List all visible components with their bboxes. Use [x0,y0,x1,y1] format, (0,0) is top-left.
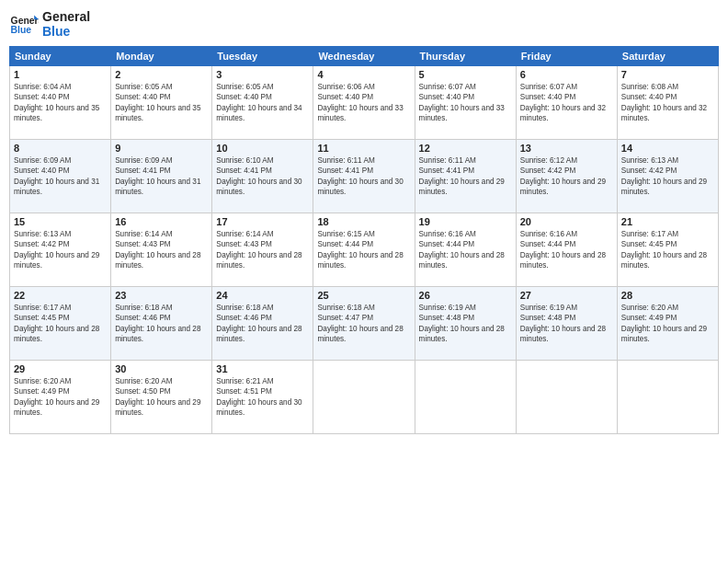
day-info: Sunrise: 6:18 AM Sunset: 4:47 PM Dayligh… [317,303,410,345]
day-number: 22 [14,290,107,301]
day-info: Sunrise: 6:05 AM Sunset: 4:40 PM Dayligh… [115,82,208,124]
day-number: 21 [621,216,714,227]
day-number: 8 [14,143,107,154]
calendar-cell: 9 Sunrise: 6:09 AM Sunset: 4:41 PM Dayli… [111,140,212,213]
calendar-cell: 14 Sunrise: 6:13 AM Sunset: 4:42 PM Dayl… [617,140,718,213]
weekday-header-monday: Monday [111,47,212,66]
day-number: 30 [115,363,208,374]
logo-icon: General Blue [9,9,39,39]
day-info: Sunrise: 6:17 AM Sunset: 4:45 PM Dayligh… [621,229,714,271]
day-info: Sunrise: 6:18 AM Sunset: 4:46 PM Dayligh… [115,303,208,345]
day-info: Sunrise: 6:09 AM Sunset: 4:41 PM Dayligh… [115,155,208,198]
day-info: Sunrise: 6:12 AM Sunset: 4:42 PM Dayligh… [520,155,613,198]
calendar-week-1: 1 Sunrise: 6:04 AM Sunset: 4:40 PM Dayli… [10,66,719,140]
calendar-cell: 20 Sunrise: 6:16 AM Sunset: 4:44 PM Dayl… [516,213,617,287]
calendar-cell: 24 Sunrise: 6:18 AM Sunset: 4:46 PM Dayl… [212,287,313,361]
day-info: Sunrise: 6:14 AM Sunset: 4:43 PM Dayligh… [115,229,208,271]
day-info: Sunrise: 6:19 AM Sunset: 4:48 PM Dayligh… [419,303,512,345]
svg-text:Blue: Blue [11,25,32,35]
calendar-week-3: 15 Sunrise: 6:13 AM Sunset: 4:42 PM Dayl… [10,213,719,287]
day-info: Sunrise: 6:07 AM Sunset: 4:40 PM Dayligh… [419,82,512,124]
day-number: 11 [317,143,410,154]
day-info: Sunrise: 6:16 AM Sunset: 4:44 PM Dayligh… [419,229,512,271]
calendar-cell: 10 Sunrise: 6:10 AM Sunset: 4:41 PM Dayl… [212,140,313,213]
weekday-header-thursday: Thursday [415,47,516,66]
day-number: 24 [216,290,309,301]
day-info: Sunrise: 6:20 AM Sunset: 4:49 PM Dayligh… [14,376,107,419]
day-number: 5 [419,69,512,80]
day-number: 3 [216,69,309,80]
day-info: Sunrise: 6:19 AM Sunset: 4:48 PM Dayligh… [520,303,613,345]
logo: General Blue General Blue [9,9,90,39]
day-number: 1 [14,69,107,80]
day-info: Sunrise: 6:11 AM Sunset: 4:41 PM Dayligh… [317,155,410,198]
day-info: Sunrise: 6:17 AM Sunset: 4:45 PM Dayligh… [14,303,107,345]
calendar-cell: 21 Sunrise: 6:17 AM Sunset: 4:45 PM Dayl… [617,213,718,287]
calendar-cell: 7 Sunrise: 6:08 AM Sunset: 4:40 PM Dayli… [617,66,718,140]
calendar-cell: 29 Sunrise: 6:20 AM Sunset: 4:49 PM Dayl… [10,361,111,434]
weekday-header-friday: Friday [516,47,617,66]
calendar-header-row: SundayMondayTuesdayWednesdayThursdayFrid… [10,47,719,66]
calendar-cell: 19 Sunrise: 6:16 AM Sunset: 4:44 PM Dayl… [415,213,516,287]
calendar-cell: 16 Sunrise: 6:14 AM Sunset: 4:43 PM Dayl… [111,213,212,287]
day-number: 26 [419,290,512,301]
day-info: Sunrise: 6:04 AM Sunset: 4:40 PM Dayligh… [14,82,107,124]
day-number: 18 [317,216,410,227]
calendar-cell: 13 Sunrise: 6:12 AM Sunset: 4:42 PM Dayl… [516,140,617,213]
calendar-cell [415,361,516,434]
calendar-table: SundayMondayTuesdayWednesdayThursdayFrid… [9,46,719,434]
weekday-header-saturday: Saturday [617,47,718,66]
calendar-cell: 25 Sunrise: 6:18 AM Sunset: 4:47 PM Dayl… [313,287,415,361]
day-number: 4 [317,69,410,80]
day-info: Sunrise: 6:13 AM Sunset: 4:42 PM Dayligh… [621,155,714,198]
calendar-cell: 23 Sunrise: 6:18 AM Sunset: 4:46 PM Dayl… [111,287,212,361]
calendar-cell: 5 Sunrise: 6:07 AM Sunset: 4:40 PM Dayli… [415,66,516,140]
calendar-cell: 3 Sunrise: 6:05 AM Sunset: 4:40 PM Dayli… [212,66,313,140]
calendar-week-5: 29 Sunrise: 6:20 AM Sunset: 4:49 PM Dayl… [10,361,719,434]
calendar-cell: 2 Sunrise: 6:05 AM Sunset: 4:40 PM Dayli… [111,66,212,140]
day-number: 9 [115,143,208,154]
calendar-cell: 17 Sunrise: 6:14 AM Sunset: 4:43 PM Dayl… [212,213,313,287]
day-info: Sunrise: 6:11 AM Sunset: 4:41 PM Dayligh… [419,155,512,198]
calendar-cell: 15 Sunrise: 6:13 AM Sunset: 4:42 PM Dayl… [10,213,111,287]
calendar-cell: 22 Sunrise: 6:17 AM Sunset: 4:45 PM Dayl… [10,287,111,361]
day-number: 16 [115,216,208,227]
day-info: Sunrise: 6:06 AM Sunset: 4:40 PM Dayligh… [317,82,410,124]
day-number: 19 [419,216,512,227]
day-info: Sunrise: 6:07 AM Sunset: 4:40 PM Dayligh… [520,82,613,124]
day-info: Sunrise: 6:13 AM Sunset: 4:42 PM Dayligh… [14,229,107,271]
calendar-week-4: 22 Sunrise: 6:17 AM Sunset: 4:45 PM Dayl… [10,287,719,361]
day-info: Sunrise: 6:14 AM Sunset: 4:43 PM Dayligh… [216,229,309,271]
calendar-body: 1 Sunrise: 6:04 AM Sunset: 4:40 PM Dayli… [10,66,719,434]
logo-blue-text: Blue [42,24,90,39]
day-info: Sunrise: 6:15 AM Sunset: 4:44 PM Dayligh… [317,229,410,271]
calendar-cell [617,361,718,434]
day-number: 14 [621,143,714,154]
day-number: 17 [216,216,309,227]
day-info: Sunrise: 6:10 AM Sunset: 4:41 PM Dayligh… [216,155,309,198]
calendar-cell: 4 Sunrise: 6:06 AM Sunset: 4:40 PM Dayli… [313,66,415,140]
day-number: 7 [621,69,714,80]
day-info: Sunrise: 6:05 AM Sunset: 4:40 PM Dayligh… [216,82,309,124]
day-number: 25 [317,290,410,301]
calendar-cell: 11 Sunrise: 6:11 AM Sunset: 4:41 PM Dayl… [313,140,415,213]
day-number: 29 [14,363,107,374]
day-number: 6 [520,69,613,80]
calendar-cell: 30 Sunrise: 6:20 AM Sunset: 4:50 PM Dayl… [111,361,212,434]
weekday-header-wednesday: Wednesday [313,47,415,66]
calendar-cell: 12 Sunrise: 6:11 AM Sunset: 4:41 PM Dayl… [415,140,516,213]
day-number: 23 [115,290,208,301]
day-info: Sunrise: 6:21 AM Sunset: 4:51 PM Dayligh… [216,376,309,419]
day-info: Sunrise: 6:16 AM Sunset: 4:44 PM Dayligh… [520,229,613,271]
calendar-cell: 8 Sunrise: 6:09 AM Sunset: 4:40 PM Dayli… [10,140,111,213]
day-info: Sunrise: 6:09 AM Sunset: 4:40 PM Dayligh… [14,155,107,198]
calendar-cell: 31 Sunrise: 6:21 AM Sunset: 4:51 PM Dayl… [212,361,313,434]
calendar-cell: 26 Sunrise: 6:19 AM Sunset: 4:48 PM Dayl… [415,287,516,361]
day-number: 31 [216,363,309,374]
page-header: General Blue General Blue [9,9,719,39]
day-number: 10 [216,143,309,154]
calendar-cell: 18 Sunrise: 6:15 AM Sunset: 4:44 PM Dayl… [313,213,415,287]
day-info: Sunrise: 6:20 AM Sunset: 4:49 PM Dayligh… [621,303,714,345]
day-number: 12 [419,143,512,154]
calendar-cell: 28 Sunrise: 6:20 AM Sunset: 4:49 PM Dayl… [617,287,718,361]
